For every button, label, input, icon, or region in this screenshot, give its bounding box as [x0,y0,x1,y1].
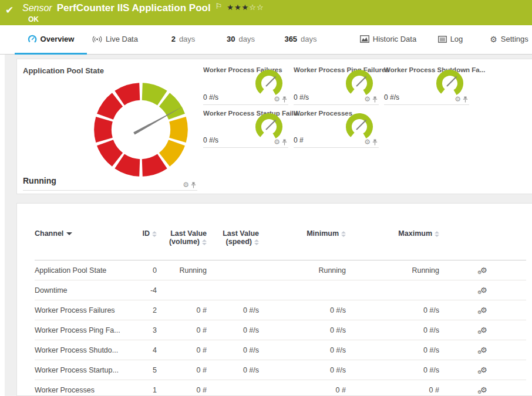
table-row: Application Pool State 0 Running Running… [35,260,526,280]
status-badge: OK [28,15,39,23]
edit-channel-icon[interactable]: ⚙⚙ [480,306,487,314]
gauge-value: Running [23,176,56,185]
gauge-pin-icon[interactable] [463,96,468,103]
sort-icon [341,231,346,237]
cell-last-value-volume: 0 # [157,386,207,394]
gauge-pin-icon[interactable] [282,139,287,145]
gauge-tile-worker-process-failures[interactable]: Worker Process Failures 0 #/s ⚙ [203,66,288,105]
table-row: Worker Processes 1 0 # 0 # 0 # ⚙⚙ [35,380,526,396]
col-header-last-value-volume[interactable]: Last Value (volume) [157,229,207,246]
tab-settings-label: Settings [501,35,528,43]
cell-channel: Application Pool State [35,266,139,275]
sort-icon [152,231,157,237]
tab-30-days[interactable]: 30 days [224,25,257,53]
priority-stars[interactable]: ★★★☆☆ [227,3,264,12]
table-row: Worker Process Shutdo... 4 0 # 0 #/s 0 #… [35,340,526,360]
stars-filled[interactable]: ★★★ [227,3,249,12]
sort-icon [254,239,259,245]
gauge-tile-worker-process-startup-failures[interactable]: Worker Process Startup Failu... 0 #/s ⚙ [203,110,288,148]
gauge-tile-application-pool-state[interactable]: Application Pool State Running ⚙ [23,66,197,191]
gauge-title: Application Pool State [23,66,104,75]
tab-historic-data-label: Historic Data [373,35,416,43]
gauge-icon [28,35,37,43]
tab-live-data[interactable]: Live Data [89,25,141,53]
col-header-last-value-speed[interactable]: Last Value (speed) [207,229,259,246]
tab-historic-data[interactable]: Historic Data [351,25,425,53]
col-header-maximum[interactable]: Maximum [346,229,439,238]
gauge-pin-icon[interactable] [282,96,287,103]
gauge-value: 0 # [294,136,304,144]
small-gauge-chart [253,67,285,99]
gauge-pin-icon[interactable] [372,96,378,103]
cell-minimum: Running [259,266,346,275]
cell-id: 3 [139,326,157,334]
tab-365-days[interactable]: 365 days [282,25,319,53]
cell-id: 4 [139,346,157,354]
tab-settings[interactable]: ⚙ Settings [490,25,528,53]
gauge-pin-icon[interactable] [372,139,378,145]
channels-table: Channel ID Last Value (volume) Last Valu… [35,224,532,396]
col-header-channel[interactable]: Channel [35,229,139,238]
gauge-value: 0 #/s [203,136,218,144]
cell-channel: Downtime [35,286,139,295]
edit-channel-icon[interactable]: ⚙⚙ [480,366,487,374]
cell-minimum: 0 #/s [259,366,346,374]
col-header-id[interactable]: ID [139,229,157,238]
sort-icon [202,239,207,245]
tab-overview[interactable]: Overview [15,25,87,53]
ok-check-icon: ✔ [5,4,14,16]
cell-minimum: 0 #/s [259,346,346,354]
gauge-tile-worker-processes[interactable]: Worker Processes 0 # ⚙ [294,110,379,148]
gauge-tile-worker-process-shutdown-failures[interactable]: Worker Process Shutdown Fa... 0 #/s ⚙ [384,66,469,105]
edit-channel-icon[interactable]: ⚙⚙ [480,326,487,334]
cell-last-value-volume: 0 # [157,366,207,374]
left-margin-strip [0,55,5,396]
gauge-tile-worker-process-ping-failures[interactable]: Worker Process Ping Failures 0 #/s ⚙ [294,66,379,105]
cell-channel: Worker Process Shutdo... [35,346,139,354]
gauge-value: 0 #/s [294,93,309,101]
edit-channel-icon[interactable]: ⚙⚙ [480,346,487,354]
gauge-value: 0 #/s [384,93,399,101]
table-row: Worker Process Failures 2 0 # 0 #/s 0 #/… [35,300,526,320]
cell-last-value-speed: 0 #/s [207,326,259,334]
stars-empty[interactable]: ☆☆ [249,3,264,12]
gauge-settings-gear-icon[interactable]: ⚙ [274,138,280,146]
table-row: Worker Process Ping Fa... 3 0 # 0 #/s 0 … [35,320,526,340]
tab-overview-label: Overview [41,35,75,43]
tab-30-days-number: 30 [227,35,235,43]
sensor-status-bar: ✔ Sensor PerfCounter IIS Application Poo… [0,0,532,25]
cell-maximum: 0 #/s [346,326,439,334]
cell-id: -4 [139,286,157,295]
cell-maximum: 0 # [346,386,439,394]
cell-channel: Worker Process Failures [35,306,139,314]
tab-2-days[interactable]: 2 days [168,25,198,53]
tab-2-days-number: 2 [171,35,176,43]
gauge-settings-gear-icon[interactable]: ⚙ [454,95,461,103]
edit-channel-icon[interactable]: ⚙⚙ [480,266,487,274]
edit-channel-icon[interactable]: ⚙⚙ [480,386,487,394]
gauge-settings-gear-icon[interactable]: ⚙ [364,138,371,146]
cell-id: 5 [139,366,157,374]
small-gauge-chart [344,67,375,99]
settings-gear-icon: ⚙ [490,35,497,44]
tab-365-days-number: 365 [284,35,297,43]
gauge-pin-icon[interactable] [191,182,196,188]
sensor-kind-label: Sensor [22,3,52,13]
sort-active-icon [66,232,72,235]
tab-log-label: Log [450,35,463,43]
log-icon [438,36,447,43]
table-row: Downtime -4 ⚙⚙ [35,280,526,300]
gauge-settings-gear-icon[interactable]: ⚙ [364,95,371,103]
page-title: PerfCounter IIS Application Pool [57,2,211,14]
flag-icon[interactable]: ⚐ [216,2,223,11]
gauge-settings-gear-icon[interactable]: ⚙ [183,181,189,189]
tab-log[interactable]: Log [437,25,464,53]
gauge-settings-gear-icon[interactable]: ⚙ [274,95,280,103]
tab-30-days-label: days [239,35,255,43]
cell-last-value-volume: Running [157,266,207,275]
table-header-row: Channel ID Last Value (volume) Last Valu… [35,224,526,260]
gauge-value: 0 #/s [203,93,218,101]
edit-channel-icon[interactable]: ⚙⚙ [480,286,487,294]
col-header-minimum[interactable]: Minimum [259,229,346,238]
prtg-sensor-page: ✔ Sensor PerfCounter IIS Application Poo… [0,0,532,396]
